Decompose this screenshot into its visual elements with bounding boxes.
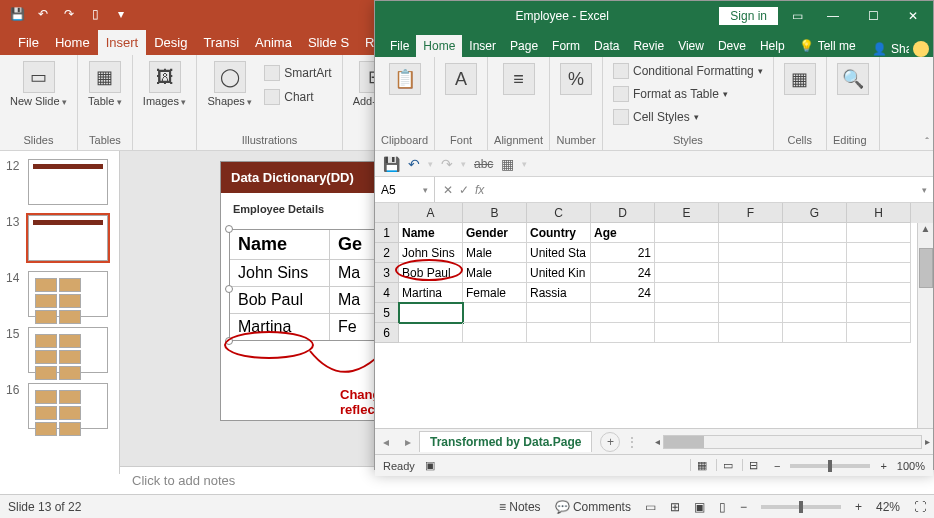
row-header[interactable]: 1 <box>375 223 399 243</box>
ribbon-display-options-icon[interactable]: ▭ <box>788 9 807 23</box>
tab-animations[interactable]: Anima <box>247 30 300 55</box>
redo-more-icon[interactable]: ▾ <box>461 159 466 169</box>
conditional-formatting-button[interactable]: Conditional Formatting ▾ <box>609 61 767 81</box>
grid-row[interactable]: 2John SinsMaleUnited Sta21 <box>375 243 933 263</box>
zoom-level[interactable]: 42% <box>876 500 900 514</box>
col-A[interactable]: A <box>399 203 463 223</box>
row-header[interactable]: 4 <box>375 283 399 303</box>
col-E[interactable]: E <box>655 203 719 223</box>
view-normal-icon[interactable]: ▦ <box>690 459 713 471</box>
cell[interactable] <box>847 223 911 243</box>
close-button[interactable]: ✕ <box>893 1 933 31</box>
col-H[interactable]: H <box>847 203 911 223</box>
scroll-up-icon[interactable]: ▲ <box>918 223 933 234</box>
expand-formula-icon[interactable]: ▾ <box>916 185 933 195</box>
tab-file[interactable]: File <box>10 30 47 55</box>
qat-customize-icon[interactable]: ▾ <box>112 5 130 23</box>
strikethrough-icon[interactable]: abc <box>474 157 493 171</box>
slideshow-icon[interactable]: ▯ <box>86 5 104 23</box>
cell[interactable] <box>655 303 719 323</box>
select-all-corner[interactable] <box>375 203 399 223</box>
cell[interactable] <box>527 303 591 323</box>
grid-row[interactable]: 4MartinaFemaleRassia24 <box>375 283 933 303</box>
grid-row[interactable]: 1NameGenderCountryAge <box>375 223 933 243</box>
cell[interactable] <box>655 263 719 283</box>
xl-tab-review[interactable]: Revie <box>626 35 671 57</box>
col-D[interactable]: D <box>591 203 655 223</box>
sheet-tab[interactable]: Transformed by Data.Page <box>419 431 592 452</box>
zoom-out-icon[interactable]: − <box>740 500 747 514</box>
cell[interactable]: Female <box>463 283 527 303</box>
row-header[interactable]: 5 <box>375 303 399 323</box>
col-B[interactable]: B <box>463 203 527 223</box>
resize-handle-nw[interactable] <box>225 225 233 233</box>
alignment-button[interactable]: ≡ <box>494 61 543 97</box>
editing-button[interactable]: 🔍 <box>833 61 873 97</box>
cell[interactable]: Rassia <box>527 283 591 303</box>
cell[interactable] <box>399 323 463 343</box>
cell[interactable] <box>847 283 911 303</box>
zoom-level[interactable]: 100% <box>897 460 925 472</box>
zoom-slider[interactable] <box>790 464 870 468</box>
tell-me-button[interactable]: 💡Tell me <box>792 35 863 57</box>
sheet-nav-next-icon[interactable]: ▸ <box>397 435 419 449</box>
view-slideshow-icon[interactable]: ▯ <box>719 500 726 514</box>
tab-design[interactable]: Desig <box>146 30 195 55</box>
col-G[interactable]: G <box>783 203 847 223</box>
cell-styles-button[interactable]: Cell Styles ▾ <box>609 107 767 127</box>
macro-record-icon[interactable]: ▣ <box>425 459 435 472</box>
undo-icon[interactable]: ↶ <box>34 5 52 23</box>
clipboard-button[interactable]: 📋 <box>381 61 428 97</box>
borders-icon[interactable]: ▦ <box>501 156 514 172</box>
notes-button[interactable]: ≡ Notes <box>499 500 541 514</box>
table-button[interactable]: ▦ Table <box>84 59 126 109</box>
grid-row[interactable]: 6 <box>375 323 933 343</box>
xl-tab-page[interactable]: Page <box>503 35 545 57</box>
thumb-12[interactable]: 12 <box>6 159 113 205</box>
col-C[interactable]: C <box>527 203 591 223</box>
cell[interactable] <box>783 243 847 263</box>
xl-tab-file[interactable]: File <box>383 35 416 57</box>
cell[interactable] <box>847 243 911 263</box>
cancel-icon[interactable]: ✕ <box>443 183 453 197</box>
enter-icon[interactable]: ✓ <box>459 183 469 197</box>
fx-icon[interactable]: fx <box>475 183 484 197</box>
vertical-scrollbar[interactable]: ▲ <box>917 223 933 428</box>
xl-tab-insert[interactable]: Inser <box>462 35 503 57</box>
qat-customize-icon[interactable]: ▾ <box>522 159 527 169</box>
share-button[interactable]: 👤Share <box>872 41 929 57</box>
scroll-left-icon[interactable]: ◂ <box>652 436 663 447</box>
cell[interactable] <box>527 323 591 343</box>
cell[interactable]: 24 <box>591 263 655 283</box>
cell[interactable] <box>783 303 847 323</box>
cell[interactable] <box>847 303 911 323</box>
cell[interactable]: 21 <box>591 243 655 263</box>
cell[interactable] <box>655 223 719 243</box>
undo-more-icon[interactable]: ▾ <box>428 159 433 169</box>
name-box[interactable]: A5 ▾ <box>375 177 435 202</box>
cell[interactable]: Martina <box>399 283 463 303</box>
cell[interactable]: United Sta <box>527 243 591 263</box>
xl-tab-home[interactable]: Home <box>416 35 462 57</box>
cell[interactable] <box>847 263 911 283</box>
tab-transitions[interactable]: Transi <box>195 30 247 55</box>
xl-tab-data[interactable]: Data <box>587 35 626 57</box>
view-normal-icon[interactable]: ▭ <box>645 500 656 514</box>
number-button[interactable]: % <box>556 61 596 97</box>
cell[interactable] <box>719 243 783 263</box>
fit-to-window-icon[interactable]: ⛶ <box>914 500 926 514</box>
cell[interactable] <box>655 243 719 263</box>
row-header[interactable]: 2 <box>375 243 399 263</box>
cell[interactable]: Male <box>463 243 527 263</box>
xl-tab-developer[interactable]: Deve <box>711 35 753 57</box>
resize-handle-w[interactable] <box>225 285 233 293</box>
thumb-15[interactable]: 15 <box>6 327 113 373</box>
cell[interactable] <box>783 283 847 303</box>
slide-thumbnails[interactable]: 12 13 14 15 16 <box>0 151 120 474</box>
tab-home[interactable]: Home <box>47 30 98 55</box>
cell[interactable] <box>783 263 847 283</box>
shapes-button[interactable]: ◯ Shapes <box>203 59 256 109</box>
save-icon[interactable]: 💾 <box>8 5 26 23</box>
redo-icon[interactable]: ↷ <box>441 156 453 172</box>
cells-button[interactable]: ▦ <box>780 61 820 97</box>
